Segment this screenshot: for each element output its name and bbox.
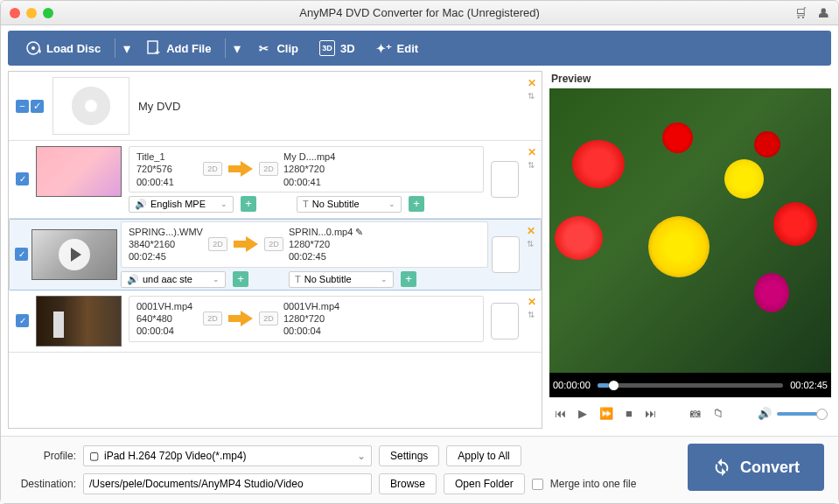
item-checkbox[interactable]: ✓ [15,248,28,261]
play-overlay-icon[interactable] [59,239,90,270]
file-plus-icon: + [145,40,161,56]
group-checkbox[interactable]: ✓ [31,100,44,113]
item-thumbnail[interactable] [36,146,122,197]
add-file-button[interactable]: + Add File [136,35,220,61]
2d-badge: 2D [259,312,278,326]
src-res: 720*576 [136,163,198,175]
src-res: 640*480 [136,312,198,325]
arrow-icon [233,235,259,253]
group-name: My DVD [138,100,180,113]
browse-button[interactable]: Browse [379,473,437,494]
text-icon: T [303,199,309,209]
dst-name: SPRIN...0.mp4 ✎ [289,226,363,238]
merge-checkbox[interactable] [532,479,543,490]
profile-label: Profile: [11,450,76,462]
list-item[interactable]: ✓ 0001VH.mp4 640*480 00:00:04 2D [9,290,542,353]
fastfwd-button[interactable]: ⏩ [599,407,613,420]
play-button[interactable]: ▶ [578,407,587,420]
apply-all-button[interactable]: Apply to All [446,445,521,466]
add-subtitle-button[interactable]: + [401,271,416,287]
remove-group-button[interactable]: ✕ [528,77,536,89]
dvd-group-row[interactable]: − ✓ My DVD ✕ ⇅ [9,72,542,141]
2d-badge: 2D [264,237,283,251]
2d-badge: 2D [203,162,222,176]
disc-icon: + [25,40,41,56]
dst-name: My D....mp4 [283,150,345,163]
item-checkbox[interactable]: ✓ [16,172,29,186]
convert-icon [712,458,731,477]
stop-button[interactable]: ■ [626,407,633,420]
3d-button[interactable]: 3D 3D [311,35,364,61]
load-disc-dropdown[interactable]: ▾ [121,40,133,57]
remove-item-button[interactable]: ✕ [527,225,535,237]
item-thumbnail[interactable] [31,229,117,280]
snapshot-button[interactable]: 📷︎ [689,407,701,420]
preview-label: Preview [549,71,831,88]
merge-label: Merge into one file [550,478,637,490]
pencil-icon[interactable]: ✎ [355,227,363,237]
cart-icon[interactable]: 🛒︎ [794,6,807,20]
2d-badge: 2D [259,162,278,176]
2d-badge: 2D [208,237,227,251]
list-item[interactable]: ✓ SPRING...).WMV 3840*2160 00:02:45 2D [9,219,542,290]
audio-select[interactable]: 🔊 und aac ste ⌄ [121,271,226,288]
src-name: 0001VH.mp4 [136,300,198,312]
edit-button[interactable]: ✦⁺ Edit [367,35,428,61]
add-audio-button[interactable]: + [241,196,256,212]
src-name: Title_1 [136,150,198,163]
add-file-label: Add File [166,42,211,55]
arrow-icon [227,160,254,178]
destination-input[interactable]: /Users/pele/Documents/AnyMP4 Studio/Vide… [83,473,372,494]
add-audio-button[interactable]: + [233,271,248,287]
seek-slider[interactable] [598,383,783,388]
remove-item-button[interactable]: ✕ [528,146,536,158]
volume-slider[interactable] [777,412,826,416]
src-dur: 00:00:41 [136,176,198,188]
add-file-dropdown[interactable]: ▾ [231,40,243,57]
2d-badge: 2D [203,312,222,326]
user-icon[interactable]: 👤︎ [817,6,829,20]
clip-button[interactable]: ✂ Clip [247,35,307,61]
reorder-item[interactable]: ⇅ [528,310,536,319]
item-checkbox[interactable]: ✓ [16,314,29,327]
reorder-item[interactable]: ⇅ [528,160,536,170]
device-icon: ▢ [89,450,99,462]
device-profile-button[interactable] [491,303,519,340]
text-icon: T [295,274,301,284]
collapse-button[interactable]: − [16,100,29,113]
subtitle-select[interactable]: T No Subtitle ⌄ [297,196,402,213]
dst-res: 1280*720 [289,238,363,250]
prev-button[interactable]: ⏮ [555,407,566,420]
load-disc-button[interactable]: + Load Disc [17,35,109,61]
remove-item-button[interactable]: ✕ [528,296,536,308]
open-folder-button[interactable]: Open Folder [444,473,525,494]
src-dur: 00:00:04 [136,325,198,337]
wand-icon: ✦⁺ [376,40,392,56]
preview-panel[interactable] [549,88,831,373]
destination-label: Destination: [11,478,76,490]
reorder-arrows[interactable]: ⇅ [528,91,536,101]
add-subtitle-button[interactable]: + [409,196,424,212]
dst-dur: 00:00:04 [283,325,345,337]
volume-icon[interactable]: 🔊 [758,407,772,420]
dst-name: 0001VH.mp4 [283,300,345,312]
subtitle-select[interactable]: T No Subtitle ⌄ [289,271,394,288]
item-thumbnail[interactable] [36,296,122,346]
scissors-icon: ✂ [255,40,271,56]
list-item[interactable]: ✓ Title_1 720*576 00:00:41 2D [9,141,542,219]
svg-text:+: + [155,47,160,56]
svg-point-1 [31,46,35,50]
svg-text:+: + [38,47,41,56]
profile-select[interactable]: ▢ iPad H.264 720p Video(*.mp4) [83,445,372,466]
reorder-item[interactable]: ⇅ [527,239,535,248]
timeline: 00:00:00 00:02:45 [549,373,831,397]
src-name: SPRING...).WMV [129,226,203,238]
speaker-icon: 🔊 [135,199,147,210]
convert-button[interactable]: Convert [688,444,824,491]
folder-button[interactable]: 📁︎ [713,407,724,420]
conversion-info: Title_1 720*576 00:00:41 2D 2D My D....m… [129,146,484,192]
settings-button[interactable]: Settings [379,445,439,466]
device-profile-button[interactable] [492,236,520,273]
audio-select[interactable]: 🔊 English MPE ⌄ [129,196,234,213]
device-profile-button[interactable] [491,161,519,198]
